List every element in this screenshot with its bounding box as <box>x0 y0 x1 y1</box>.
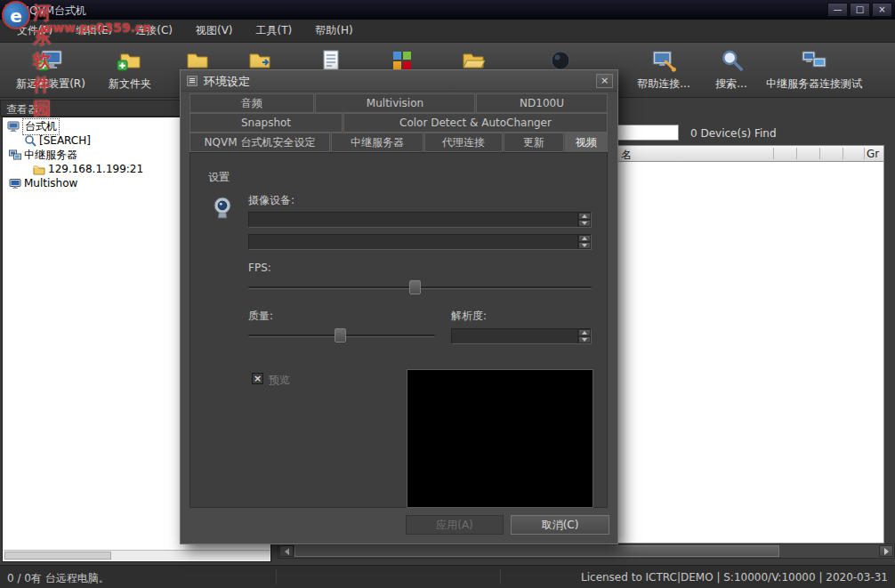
toolbar-button-search[interactable]: 搜索... <box>715 47 746 92</box>
tab-snapshot[interactable]: Snapshot <box>189 113 343 133</box>
window-controls: — □ × <box>827 3 892 17</box>
close-button[interactable]: × <box>872 3 892 17</box>
spinner-down-icon[interactable] <box>578 336 591 343</box>
video-preview-area <box>407 369 593 508</box>
quality-slider[interactable] <box>248 328 435 343</box>
environment-settings-dialog: 环境设定 × 音频 Multivision ND100U Snapshot Co… <box>180 69 618 544</box>
horizontal-scrollbar[interactable] <box>278 544 895 559</box>
search-icon <box>718 47 745 74</box>
tab-audio[interactable]: 音频 <box>189 93 314 113</box>
toolbar-button-relay-test[interactable]: 中继服务器连接测试 <box>766 47 862 92</box>
spinner-down-icon[interactable] <box>578 242 591 249</box>
tab-row-2: Snapshot Color Detect & AutoChanger <box>189 113 608 133</box>
column-divider <box>843 148 843 159</box>
tab-security[interactable]: NQVM 台式机安全设定 <box>189 133 330 152</box>
help-connect-icon <box>650 47 677 74</box>
scrollbar-thumb[interactable] <box>294 545 779 557</box>
settings-section-title: 设置 <box>208 170 230 185</box>
device-count-label: 0 Device(s) Find <box>690 127 777 140</box>
cancel-button[interactable]: 取消(C) <box>511 515 609 535</box>
viewer-horizontal-scrollbar[interactable] <box>4 550 270 560</box>
column-header-group[interactable]: Gr <box>867 148 879 160</box>
scroll-left-button[interactable] <box>279 545 294 557</box>
tree-item-relay-server[interactable]: 中继服务器 <box>9 148 77 162</box>
app-icon <box>4 4 17 16</box>
window-title: NQVM台式机 <box>21 4 86 19</box>
dialog-tabs: 音频 Multivision ND100U Snapshot Color Det… <box>189 93 608 152</box>
dialog-icon <box>187 76 198 86</box>
toolbar-button-help-connect[interactable]: 帮助连接... <box>637 47 689 92</box>
menu-item-edit[interactable]: 编辑(E) <box>64 20 124 42</box>
toolbar-button-new-remote-device[interactable]: 新远程装置(R) <box>16 47 85 92</box>
camera-device-select[interactable] <box>248 212 592 228</box>
spinner-up-icon[interactable] <box>578 329 591 336</box>
column-header-name[interactable]: 名 <box>621 148 632 163</box>
toolbar-button-new-folder[interactable]: 新文件夹 <box>109 47 151 92</box>
column-divider <box>796 148 797 159</box>
preview-label: 预览 <box>269 373 290 388</box>
tab-update[interactable]: 更新 <box>504 133 564 152</box>
tree-item-desktop[interactable]: 台式机 <box>7 119 60 133</box>
tree-item-search[interactable]: [SEARCH] <box>24 133 91 148</box>
spinner-down-icon[interactable] <box>578 220 591 227</box>
column-divider <box>773 148 774 159</box>
dialog-close-button[interactable]: × <box>596 74 613 88</box>
menu-item-tools[interactable]: 工具(T) <box>245 20 304 42</box>
tab-color-detect[interactable]: Color Detect & AutoChanger <box>343 113 608 133</box>
tab-row-3: NQVM 台式机安全设定 中继服务器 代理连接 更新 视频 <box>189 133 608 152</box>
tree-item-relay-address[interactable]: 129.168.1.199:21 <box>33 162 143 176</box>
tree-item-multishow[interactable]: Multishow <box>9 176 77 190</box>
relay-test-icon <box>801 47 827 74</box>
toolbar-button-label: 新远程装置(R) <box>16 77 85 92</box>
combo-spinner <box>577 329 591 343</box>
spinner-up-icon[interactable] <box>578 235 591 242</box>
combo-spinner <box>577 235 591 249</box>
apply-button[interactable]: 应用(A) <box>406 515 504 535</box>
status-right-text: Licensed to ICTRC|DEMO | S:10000/V:10000… <box>581 571 888 584</box>
menu-item-connect[interactable]: 连接(C) <box>124 20 184 42</box>
video-tab-content: 设置 摄像设备: FPS: 质量: 解析度: <box>189 152 608 508</box>
tree-item-label: 129.168.1.199:21 <box>48 163 143 175</box>
camera-device-select-2[interactable] <box>248 234 592 250</box>
dialog-title: 环境设定 <box>204 74 250 90</box>
monitor-icon <box>9 177 21 189</box>
scrollbar-thumb[interactable] <box>4 552 111 560</box>
tree-item-label: 中继服务器 <box>24 148 77 163</box>
spinner-up-icon[interactable] <box>578 213 591 220</box>
statusbar: 0 / 0有 台远程电脑。 Licensed to ICTRC|DEMO | S… <box>0 565 895 588</box>
tab-relay-server[interactable]: 中继服务器 <box>331 133 423 152</box>
window-titlebar: NQVM台式机 — □ × <box>0 0 895 20</box>
menu-item-help[interactable]: 帮助(H) <box>303 20 364 42</box>
scroll-right-button[interactable] <box>879 545 893 557</box>
resolution-label: 解析度: <box>451 309 487 324</box>
maximize-button[interactable]: □ <box>850 3 870 17</box>
toolbar-button-label: 中继服务器连接测试 <box>766 77 862 92</box>
slider-handle[interactable] <box>335 328 346 342</box>
tab-nd100u[interactable]: ND100U <box>476 93 608 113</box>
column-divider <box>819 148 820 159</box>
tab-multivision[interactable]: Multivision <box>315 93 475 113</box>
arrow-left-icon <box>285 548 289 555</box>
relay-server-icon <box>9 149 21 161</box>
menubar: 文件(F) 编辑(E) 连接(C) 视图(V) 工具(T) 帮助(H) <box>0 20 895 43</box>
tab-proxy[interactable]: 代理连接 <box>424 133 503 152</box>
status-left-text: 0 / 0有 台远程电脑。 <box>7 571 109 586</box>
resolution-select[interactable] <box>451 328 592 344</box>
tree-item-label: 台式机 <box>22 118 60 135</box>
combo-spinner <box>577 213 591 227</box>
menu-item-view[interactable]: 视图(V) <box>184 20 245 42</box>
new-remote-device-icon <box>37 47 64 74</box>
status-separator <box>500 569 501 584</box>
toolbar-button-label: 新文件夹 <box>109 77 151 92</box>
camera-device-label: 摄像设备: <box>248 193 294 208</box>
minimize-button[interactable]: — <box>827 3 848 17</box>
menu-item-file[interactable]: 文件(F) <box>5 20 64 42</box>
preview-checkbox[interactable]: × <box>252 373 263 384</box>
fps-slider[interactable] <box>248 280 592 295</box>
slider-handle[interactable] <box>409 280 421 294</box>
status-separator <box>276 569 277 584</box>
tree-item-label: [SEARCH] <box>39 134 91 147</box>
quality-label: 质量: <box>248 309 273 324</box>
tab-video[interactable]: 视频 <box>565 133 608 152</box>
new-folder-icon <box>117 47 143 74</box>
